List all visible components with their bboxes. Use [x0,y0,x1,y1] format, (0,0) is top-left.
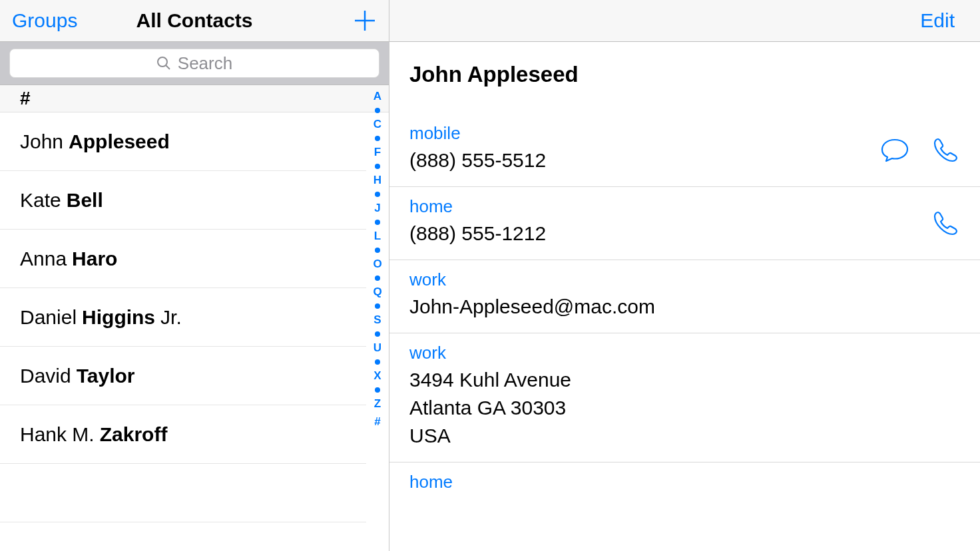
index-letter[interactable]: U [373,341,381,355]
search-placeholder: Search [178,53,232,74]
alphabet-index-strip[interactable]: A C F H J L O Q S U X Z # [369,90,386,551]
phone-icon [931,136,959,164]
detail-row-address-work[interactable]: work 3494 Kuhl Avenue Atlanta GA 30303 U… [389,333,980,462]
contact-row[interactable]: Daniel Higgins Jr. [0,288,366,347]
index-letter[interactable]: X [373,369,381,383]
contact-row[interactable]: John Appleseed [0,112,366,171]
index-dot [375,276,380,281]
contact-last-name: Higgins [82,306,155,329]
contact-first-name: Anna [20,248,67,270]
contact-detail-pane: Edit John Appleseed mobile (888) 555-551… [389,0,980,551]
index-letter[interactable]: F [374,146,381,159]
index-letter[interactable]: O [373,258,381,271]
phone-icon [931,210,959,238]
index-letter[interactable]: H [373,174,381,187]
index-dot [375,303,380,309]
contact-last-name: Haro [72,248,117,270]
add-contact-button[interactable] [353,9,377,33]
detail-row-email-work[interactable]: work John-Appleseed@mac.com [389,260,980,333]
detail-value-email: John-Appleseed@mac.com [409,293,960,321]
index-letter[interactable]: S [373,313,381,327]
index-dot [375,387,380,393]
index-dot [375,136,380,141]
contact-row[interactable]: Kate Bell [0,171,366,230]
index-dot [375,331,380,337]
contact-first-name: John [20,130,63,153]
groups-button[interactable]: Groups [12,9,77,32]
detail-value-phone: (888) 555-5512 [409,146,960,174]
search-bar-container: Search [0,42,389,85]
index-letter[interactable]: # [374,415,380,429]
contact-first-name: Kate [20,189,61,212]
index-dot [375,248,380,253]
index-dot [375,164,380,169]
section-header-hash: # [0,85,389,112]
detail-row-phone-mobile[interactable]: mobile (888) 555-5512 [389,114,980,187]
contact-row[interactable]: David Taylor [0,347,366,405]
contact-row[interactable]: Anna Haro [0,230,366,288]
edit-button[interactable]: Edit [920,9,955,32]
contact-list: John Appleseed Kate Bell Anna Haro Danie… [0,112,389,551]
message-button[interactable] [880,136,909,165]
detail-row-phone-home[interactable]: home (888) 555-1212 [389,187,980,260]
index-dot [375,220,380,225]
contact-name-title: John Appleseed [389,42,980,114]
index-letter[interactable]: C [373,118,381,131]
detail-label: mobile [409,123,960,144]
contact-last-name: Taylor [77,365,135,387]
contact-last-name: Appleseed [69,130,170,153]
call-button[interactable] [931,209,960,238]
detail-label: home [409,196,960,217]
contact-last-name: Bell [67,189,103,212]
search-input[interactable]: Search [9,49,379,78]
master-nav-bar: Groups All Contacts [0,0,389,42]
index-letter[interactable]: J [374,202,380,215]
contact-suffix: Jr. [160,306,182,329]
search-icon [156,56,171,71]
index-dot [375,359,380,365]
contact-first-name: David [20,365,71,387]
contact-row[interactable]: Hank M. Zakroff [0,405,366,464]
index-letter[interactable]: A [373,90,381,103]
index-dot [375,192,380,197]
contact-first-name: Daniel [20,306,77,329]
speech-bubble-icon [880,137,909,164]
index-letter[interactable]: Q [373,285,381,299]
detail-value-address: 3494 Kuhl Avenue Atlanta GA 30303 USA [409,366,960,450]
detail-nav-bar: Edit [389,0,980,42]
index-letter[interactable]: Z [374,397,381,411]
detail-label: work [409,343,960,363]
call-button[interactable] [931,136,960,165]
svg-line-3 [166,65,170,69]
contact-first-name: Hank M. [20,423,95,446]
index-dot [375,108,380,113]
index-letter[interactable]: L [374,230,381,243]
detail-row-partial[interactable]: home [389,462,980,492]
plus-icon [354,9,376,32]
contacts-master-pane: Groups All Contacts Search # John [0,0,389,551]
detail-label: work [409,270,960,290]
detail-label: home [409,472,960,492]
contact-last-name: Zakroff [100,423,168,446]
detail-value-phone: (888) 555-1212 [409,220,960,248]
contact-row-empty [0,464,366,522]
svg-point-2 [158,57,167,67]
